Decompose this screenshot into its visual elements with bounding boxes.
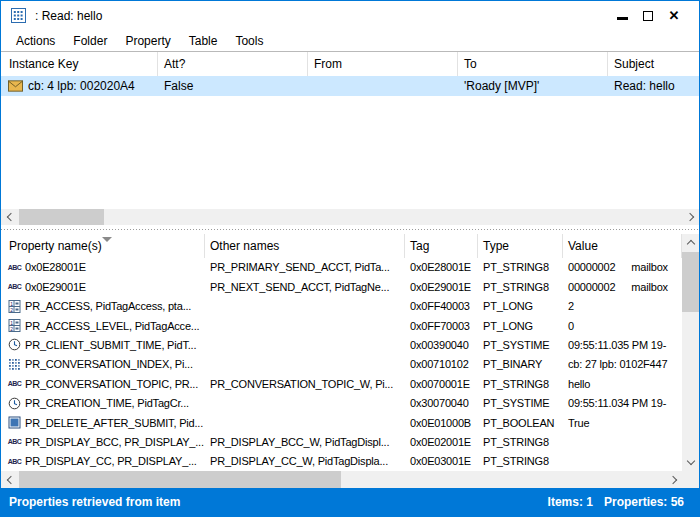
property-tag: 0x0FF70003: [405, 316, 478, 335]
property-type: PT_LONG: [478, 296, 563, 315]
menu-bar: ActionsFolderPropertyTableTools: [1, 30, 699, 52]
property-name: PR_DISPLAY_BCC, PR_DISPLAY_...: [25, 436, 204, 448]
app-icon: [11, 8, 26, 23]
menu-item-actions[interactable]: Actions: [7, 34, 64, 48]
property-row[interactable]: ABCPR_CONVERSATION_TOPIC, PR...PR_CONVER…: [1, 374, 682, 393]
scroll-left-icon[interactable]: [1, 209, 18, 225]
svg-text:1: 1: [10, 300, 13, 306]
property-tag: 0x00710102: [405, 355, 478, 374]
menu-item-folder[interactable]: Folder: [64, 34, 116, 48]
message-instance-key: cb: 4 lpb: 002020A4: [28, 79, 135, 93]
property-other-names: PR_NEXT_SEND_ACCT, PidTagNe...: [205, 277, 405, 296]
property-tag: 0x00390040: [405, 335, 478, 354]
property-value: cb: 27 lpb: 0102F447: [568, 358, 667, 370]
sort-descending-icon: [102, 237, 112, 242]
scroll-up-icon[interactable]: [688, 234, 694, 251]
property-tag: 0x0FF40003: [405, 296, 478, 315]
close-icon: ✕: [669, 9, 680, 22]
property-row[interactable]: PR_CLIENT_SUBMIT_TIME, PidT...0x00390040…: [1, 335, 682, 354]
hscroll-thumb[interactable]: [19, 471, 341, 488]
property-tag: 0x0E29001E: [405, 277, 478, 296]
property-type: PT_STRING8: [478, 432, 563, 451]
scrollbar-corner: [682, 471, 699, 488]
column-header-att[interactable]: Att?: [158, 52, 308, 76]
hscroll-thumb[interactable]: [19, 209, 104, 225]
property-value: 0: [568, 320, 574, 332]
property-tag: 0x0E03001E: [405, 452, 478, 471]
column-header-from[interactable]: From: [308, 52, 458, 76]
message-subject: Read: hello: [608, 79, 699, 93]
property-tag: 0x30070040: [405, 393, 478, 412]
property-row[interactable]: PR_CREATION_TIME, PidTagCr...0x30070040P…: [1, 393, 682, 412]
property-name: PR_CONVERSATION_INDEX, Pi...: [25, 358, 193, 370]
menu-item-tools[interactable]: Tools: [226, 34, 272, 48]
string-icon: ABC: [8, 455, 21, 468]
scroll-right-icon[interactable]: [682, 209, 699, 225]
property-type: PT_BINARY: [478, 355, 563, 374]
property-other-names: [205, 413, 405, 432]
string-icon: ABC: [8, 280, 21, 293]
property-tag: 0x0070001E: [405, 374, 478, 393]
property-name: 0x0E29001E: [25, 281, 86, 293]
pane-splitter[interactable]: [1, 225, 699, 234]
property-row[interactable]: ABC0x0E28001EPR_PRIMARY_SEND_ACCT, PidTa…: [1, 258, 682, 277]
string-icon: ABC: [8, 261, 21, 274]
property-row[interactable]: ABC0x0E29001EPR_NEXT_SEND_ACCT, PidTagNe…: [1, 277, 682, 296]
property-tag: 0x0E02001E: [405, 432, 478, 451]
close-button[interactable]: ✕: [661, 1, 687, 30]
long-icon: 12: [8, 300, 21, 313]
property-type: PT_LONG: [478, 316, 563, 335]
systime-icon: [8, 397, 21, 410]
property-value: 09:55:11.034 PM 19-: [568, 397, 666, 409]
column-header-subject[interactable]: Subject: [608, 52, 699, 76]
svg-text:2: 2: [10, 307, 13, 313]
column-header-other-names[interactable]: Other names: [205, 234, 405, 258]
scroll-left-icon[interactable]: [1, 471, 18, 488]
vscroll-thumb[interactable]: [682, 252, 699, 312]
menu-item-property[interactable]: Property: [116, 34, 179, 48]
property-type: PT_SYSTIME: [478, 335, 563, 354]
property-value: 2: [568, 300, 574, 312]
property-row[interactable]: PR_DELETE_AFTER_SUBMIT, Pid...0x0E01000B…: [1, 413, 682, 432]
property-type: PT_SYSTIME: [478, 393, 563, 412]
property-value: 09:55:11.035 PM 19-: [568, 339, 666, 351]
property-list-vscrollbar[interactable]: [682, 234, 699, 471]
property-type: PT_STRING8: [478, 277, 563, 296]
property-name: PR_DISPLAY_CC, PR_DISPLAY_...: [25, 455, 197, 467]
message-list-empty-area: [1, 96, 699, 209]
systime-icon: [8, 338, 21, 351]
envelope-icon: [8, 80, 23, 92]
property-type: PT_STRING8: [478, 452, 563, 471]
scroll-down-icon[interactable]: [688, 454, 694, 471]
property-name: PR_ACCESS_LEVEL, PidTagAcce...: [25, 320, 199, 332]
property-other-names: [205, 316, 405, 335]
property-other-names: PR_CONVERSATION_TOPIC_W, Pi...: [205, 374, 405, 393]
property-value: True: [568, 417, 589, 429]
column-header-type[interactable]: Type: [478, 234, 563, 258]
maximize-button[interactable]: [635, 1, 661, 30]
column-header-to[interactable]: To: [458, 52, 608, 76]
property-value-extra: mailbox: [631, 261, 668, 273]
property-row[interactable]: PR_CONVERSATION_INDEX, Pi...0x00710102PT…: [1, 355, 682, 374]
property-row[interactable]: 12PR_ACCESS, PidTagAccess, pta...0x0FF40…: [1, 296, 682, 315]
property-row[interactable]: 12PR_ACCESS_LEVEL, PidTagAcce...0x0FF700…: [1, 316, 682, 335]
svg-text:2: 2: [10, 326, 13, 332]
message-list-hscrollbar[interactable]: [1, 209, 699, 225]
column-header-tag[interactable]: Tag: [405, 234, 478, 258]
scroll-right-icon[interactable]: [665, 471, 682, 488]
property-list-hscrollbar[interactable]: [1, 471, 699, 488]
string-icon: ABC: [8, 377, 21, 390]
property-other-names: PR_PRIMARY_SEND_ACCT, PidTa...: [205, 258, 405, 277]
window-title: : Read: hello: [35, 9, 102, 23]
property-name: PR_CREATION_TIME, PidTagCr...: [25, 397, 189, 409]
property-tag: 0x0E28001E: [405, 258, 478, 277]
property-row[interactable]: ABCPR_DISPLAY_CC, PR_DISPLAY_...PR_DISPL…: [1, 452, 682, 471]
message-row[interactable]: cb: 4 lpb: 002020A4 False 'Roady [MVP]' …: [1, 76, 699, 96]
property-row[interactable]: ABCPR_DISPLAY_BCC, PR_DISPLAY_...PR_DISP…: [1, 432, 682, 451]
column-header-value[interactable]: Value: [563, 234, 682, 258]
property-list-header: Property name(s) Other names Tag Type Va…: [1, 234, 682, 258]
property-value: 00000002: [568, 261, 615, 273]
minimize-button[interactable]: [609, 1, 635, 30]
menu-item-table[interactable]: Table: [180, 34, 227, 48]
column-header-instance-key[interactable]: Instance Key: [1, 52, 158, 76]
